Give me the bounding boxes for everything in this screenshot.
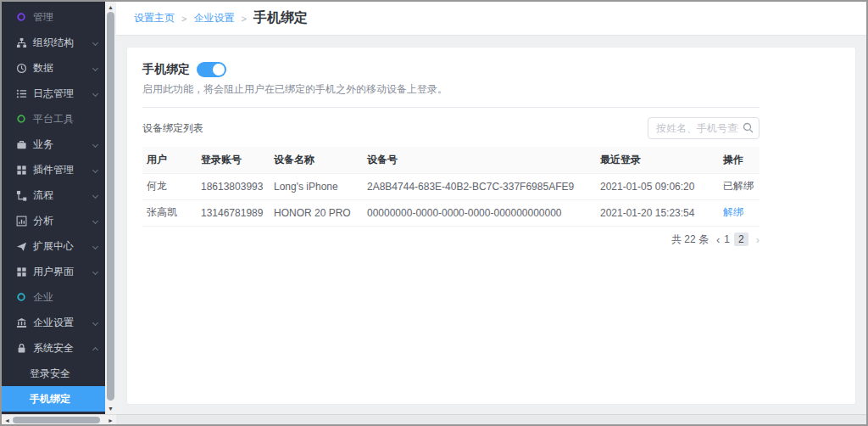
user-cell: 张高凯 <box>142 199 197 226</box>
chevron-down-icon <box>92 142 98 148</box>
ring-icon <box>15 113 27 125</box>
sidebar-item-label: 扩展中心 <box>33 239 74 254</box>
sidebar-item-label: 企业设置 <box>33 316 74 330</box>
chevron-down-icon <box>92 167 98 173</box>
device-name-cell: HONOR 20 PRO <box>270 199 363 226</box>
clock-icon <box>15 62 27 74</box>
sidebar-item-user-interface[interactable]: 用户界面 <box>2 259 105 284</box>
device-table: 用户登录账号设备名称设备号最近登录操作 何龙18613803993Long's … <box>142 147 760 227</box>
breadcrumb-link-settings-home[interactable]: 设置主页 <box>134 11 175 25</box>
sidebar-item-org-structure[interactable]: 组织结构 <box>2 30 105 55</box>
sidebar-item-enterprise: 企业 <box>2 284 105 310</box>
phone-binding-toggle[interactable] <box>197 62 226 77</box>
sidebar-item-platform-tools: 平台工具 <box>2 106 105 132</box>
sidebar-item-plugin-management[interactable]: 插件管理 <box>2 157 105 182</box>
column-header: 操作 <box>719 147 760 173</box>
chevron-down-icon <box>92 269 98 275</box>
sidebar-horizontal-scrollbar[interactable]: ◄ ► <box>2 414 116 424</box>
toggle-row: 手机绑定 <box>142 62 760 77</box>
sidebar-item-analysis[interactable]: 分析 <box>2 208 105 233</box>
search-box <box>648 117 760 139</box>
sidebar-item-business[interactable]: 业务 <box>2 132 105 157</box>
sidebar-item-label: 流程 <box>33 188 53 203</box>
grid-icon <box>15 164 27 176</box>
user-cell: 何龙 <box>142 173 197 199</box>
sidebar-item-phone-binding[interactable]: 手机绑定 <box>2 386 105 412</box>
action-cell: 解绑 <box>719 199 760 226</box>
chevron-down-icon <box>92 193 98 199</box>
unbind-status: 已解绑 <box>723 180 754 192</box>
column-header: 登录账号 <box>197 147 270 173</box>
device-id-cell: 2A8B4744-683E-40B2-BC7C-337F6985AFE9 <box>363 173 596 199</box>
column-header: 设备名称 <box>270 147 363 173</box>
chevron-down-icon <box>92 244 98 249</box>
briefcase-icon <box>15 138 27 150</box>
divider <box>142 107 760 108</box>
account-cell: 18613803993 <box>197 173 270 199</box>
sidebar-item-label: 系统安全 <box>33 341 74 356</box>
app-window: 管理组织结构数据日志管理平台工具业务插件管理流程分析扩展中心用户界面企业企业设置… <box>0 0 868 426</box>
chevron-up-icon <box>92 347 98 353</box>
list-icon <box>15 87 27 99</box>
horizontal-scrollbar-thumb[interactable] <box>13 417 100 423</box>
sidebar-item-label: 登录安全 <box>30 367 70 381</box>
sidebar-item-workflow[interactable]: 流程 <box>2 182 105 208</box>
chevron-down-icon <box>92 91 98 97</box>
chevron-down-icon <box>92 320 98 326</box>
sidebar-item-label: 手机绑定 <box>30 392 70 406</box>
scroll-right-arrow-icon[interactable]: ► <box>108 418 114 423</box>
sidebar-item-data[interactable]: 数据 <box>2 55 105 81</box>
sidebar-item-log-management[interactable]: 日志管理 <box>2 81 105 106</box>
ring-icon <box>15 291 27 303</box>
pagination: 共 22 条 ‹ 12 › <box>142 233 760 247</box>
sidebar-item-label: 用户界面 <box>33 265 74 279</box>
chevron-down-icon <box>92 40 98 46</box>
action-cell: 已解绑 <box>719 173 760 199</box>
device-list-header: 设备绑定列表 <box>142 117 760 139</box>
chart-icon <box>15 215 27 227</box>
last-login-cell: 2021-01-20 15:23:54 <box>596 199 719 226</box>
scroll-left-arrow-icon[interactable]: ◄ <box>4 418 10 423</box>
ring-icon <box>15 11 27 23</box>
sidebar-item-system-security[interactable]: 系统安全 <box>2 335 105 361</box>
sidebar-item-label: 业务 <box>33 137 53 152</box>
sidebar-item-enterprise-settings[interactable]: 企业设置 <box>2 310 105 335</box>
lock-icon <box>15 342 27 354</box>
column-header: 设备号 <box>363 147 596 173</box>
device-id-cell: 00000000-0000-0000-0000-000000000000 <box>363 199 596 226</box>
account-cell: 13146781989 <box>197 199 270 226</box>
chevron-down-icon <box>92 218 98 224</box>
sidebar-vertical-scrollbar[interactable]: ▲ ▼ <box>105 2 116 414</box>
toggle-knob <box>213 64 225 76</box>
page-number-2[interactable]: 2 <box>734 233 748 246</box>
breadcrumb-link-enterprise-settings[interactable]: 企业设置 <box>193 11 234 25</box>
table-row: 何龙18613803993Long's iPhone2A8B4744-683E-… <box>142 173 760 199</box>
sidebar-item-management: 管理 <box>2 4 105 30</box>
content-card: 手机绑定 启用此功能，将会阻止用户在已绑定的手机之外的移动设备上登录。 设备绑定… <box>126 47 856 405</box>
phone-binding-title: 手机绑定 <box>142 62 190 77</box>
column-header: 用户 <box>142 147 197 173</box>
sidebar-item-label: 平台工具 <box>33 112 74 126</box>
sidebar: 管理组织结构数据日志管理平台工具业务插件管理流程分析扩展中心用户界面企业企业设置… <box>2 2 105 414</box>
bottom-scroll-track <box>116 414 866 424</box>
scroll-up-arrow-icon[interactable]: ▲ <box>108 4 114 10</box>
device-list-title: 设备绑定列表 <box>142 121 203 136</box>
vertical-scrollbar-thumb[interactable] <box>107 12 114 401</box>
sidebar-item-label: 组织结构 <box>33 36 74 50</box>
sidebar-item-label: 管理 <box>33 10 53 25</box>
next-page-icon[interactable]: › <box>756 233 760 246</box>
scroll-down-arrow-icon[interactable]: ▼ <box>108 406 114 412</box>
unbind-link[interactable]: 解绑 <box>723 206 743 218</box>
table-row: 张高凯13146781989HONOR 20 PRO00000000-0000-… <box>142 199 760 226</box>
breadcrumb: 设置主页 > 企业设置 > 手机绑定 <box>116 2 866 36</box>
sidebar-item-label: 插件管理 <box>33 163 74 177</box>
device-name-cell: Long's iPhone <box>270 173 363 199</box>
grid-icon <box>15 266 27 277</box>
page-title: 手机绑定 <box>253 9 308 27</box>
sidebar-item-label: 企业 <box>33 290 53 305</box>
page-number-1[interactable]: 1 <box>720 233 734 246</box>
sidebar-item-login-security[interactable]: 登录安全 <box>2 361 105 386</box>
sidebar-item-label: 分析 <box>33 214 53 228</box>
sidebar-item-extension-center[interactable]: 扩展中心 <box>2 233 105 259</box>
search-icon[interactable] <box>743 122 754 133</box>
